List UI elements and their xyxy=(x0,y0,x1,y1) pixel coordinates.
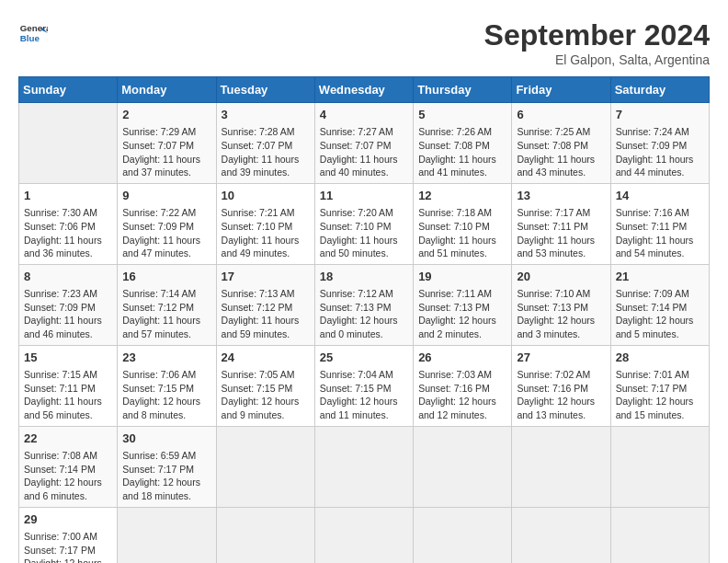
calendar-cell: 7Sunrise: 7:24 AMSunset: 7:09 PMDaylight… xyxy=(610,103,709,184)
calendar-cell: 10Sunrise: 7:21 AMSunset: 7:10 PMDayligh… xyxy=(216,183,314,264)
calendar-cell: 6Sunrise: 7:25 AMSunset: 7:08 PMDaylight… xyxy=(512,103,610,184)
day-number: 1 xyxy=(24,188,112,204)
day-info: Sunrise: 7:20 AM xyxy=(320,206,408,220)
month-title: September 2024 xyxy=(484,18,710,52)
day-info: Sunrise: 7:00 AM xyxy=(24,530,112,544)
calendar-cell: 1Sunrise: 7:30 AMSunset: 7:06 PMDaylight… xyxy=(19,183,118,264)
day-info: Sunset: 7:16 PM xyxy=(517,382,605,396)
calendar-cell: 26Sunrise: 7:03 AMSunset: 7:16 PMDayligh… xyxy=(414,345,512,426)
calendar-cell xyxy=(216,507,314,563)
day-number: 18 xyxy=(320,269,408,285)
day-info: Daylight: 12 hours and 0 minutes. xyxy=(320,314,408,340)
day-number: 29 xyxy=(24,511,112,528)
day-info: Daylight: 12 hours and 13 minutes. xyxy=(517,395,605,421)
day-info: Daylight: 11 hours and 39 minutes. xyxy=(222,153,310,179)
day-info: Daylight: 12 hours and 2 minutes. xyxy=(418,314,506,340)
day-info: Daylight: 11 hours and 46 minutes. xyxy=(24,314,112,340)
calendar-cell: 9Sunrise: 7:22 AMSunset: 7:09 PMDaylight… xyxy=(118,183,216,264)
col-header-tuesday: Tuesday xyxy=(216,77,314,103)
col-header-saturday: Saturday xyxy=(610,77,709,103)
day-info: Sunrise: 7:29 AM xyxy=(122,125,210,139)
col-header-monday: Monday xyxy=(118,77,216,103)
day-info: Daylight: 11 hours and 53 minutes. xyxy=(517,234,605,260)
day-info: Daylight: 11 hours and 50 minutes. xyxy=(320,234,408,260)
day-info: Sunrise: 7:08 AM xyxy=(24,449,112,463)
calendar-cell: 27Sunrise: 7:02 AMSunset: 7:16 PMDayligh… xyxy=(512,345,610,426)
day-number: 4 xyxy=(320,107,408,123)
day-number: 14 xyxy=(616,188,704,204)
day-number: 13 xyxy=(517,188,605,204)
day-info: Sunset: 7:13 PM xyxy=(517,301,605,315)
day-number: 19 xyxy=(418,269,506,285)
calendar-cell xyxy=(610,507,709,563)
day-info: Sunset: 7:09 PM xyxy=(616,139,704,153)
day-number: 23 xyxy=(122,350,210,366)
day-info: Sunrise: 7:05 AM xyxy=(222,368,310,382)
day-info: Sunset: 7:17 PM xyxy=(122,463,210,477)
day-number: 7 xyxy=(616,107,704,123)
day-info: Daylight: 11 hours and 41 minutes. xyxy=(418,153,506,179)
day-info: Daylight: 12 hours and 12 minutes. xyxy=(418,395,506,421)
day-info: Sunrise: 7:30 AM xyxy=(24,206,112,220)
calendar-cell: 19Sunrise: 7:11 AMSunset: 7:13 PMDayligh… xyxy=(414,264,512,345)
day-number: 9 xyxy=(122,188,210,204)
day-info: Daylight: 12 hours and 5 minutes. xyxy=(616,314,704,340)
day-info: Sunset: 7:13 PM xyxy=(418,301,506,315)
svg-text:General: General xyxy=(20,23,48,33)
day-info: Sunset: 7:15 PM xyxy=(122,382,210,396)
calendar-cell: 28Sunrise: 7:01 AMSunset: 7:17 PMDayligh… xyxy=(610,345,709,426)
calendar-cell: 14Sunrise: 7:16 AMSunset: 7:11 PMDayligh… xyxy=(610,183,709,264)
location: El Galpon, Salta, Argentina xyxy=(484,52,710,67)
calendar-cell xyxy=(314,507,413,563)
day-info: Sunrise: 7:10 AM xyxy=(517,287,605,301)
calendar-cell: 12Sunrise: 7:18 AMSunset: 7:10 PMDayligh… xyxy=(414,183,512,264)
day-info: Sunset: 7:08 PM xyxy=(517,139,605,153)
day-info: Daylight: 12 hours and 15 minutes. xyxy=(616,395,704,421)
col-header-wednesday: Wednesday xyxy=(314,77,413,103)
day-info: Sunrise: 7:11 AM xyxy=(418,287,506,301)
logo: General Blue xyxy=(18,18,48,48)
calendar-cell: 23Sunrise: 7:06 AMSunset: 7:15 PMDayligh… xyxy=(118,345,216,426)
day-info: Daylight: 11 hours and 59 minutes. xyxy=(222,314,310,340)
calendar-cell xyxy=(216,426,314,507)
day-info: Sunrise: 7:04 AM xyxy=(320,368,408,382)
day-number: 10 xyxy=(222,188,310,204)
day-number: 3 xyxy=(222,107,310,123)
day-info: Sunrise: 7:22 AM xyxy=(122,206,210,220)
day-info: Daylight: 11 hours and 44 minutes. xyxy=(616,153,704,179)
day-number: 8 xyxy=(24,269,112,285)
day-number: 22 xyxy=(24,431,112,447)
day-info: Sunset: 7:10 PM xyxy=(222,220,310,234)
calendar-cell: 24Sunrise: 7:05 AMSunset: 7:15 PMDayligh… xyxy=(216,345,314,426)
calendar-table: SundayMondayTuesdayWednesdayThursdayFrid… xyxy=(18,76,710,563)
day-number: 21 xyxy=(616,269,704,285)
calendar-cell xyxy=(414,426,512,507)
day-info: Sunset: 7:14 PM xyxy=(24,463,112,477)
day-info: Sunrise: 7:26 AM xyxy=(418,125,506,139)
day-info: Daylight: 12 hours and 9 minutes. xyxy=(222,395,310,421)
day-number: 26 xyxy=(418,350,506,366)
day-info: Sunrise: 7:28 AM xyxy=(222,125,310,139)
day-info: Sunset: 7:15 PM xyxy=(222,382,310,396)
day-number: 17 xyxy=(222,269,310,285)
calendar-cell xyxy=(512,426,610,507)
day-info: Sunset: 7:10 PM xyxy=(320,220,408,234)
day-info: Daylight: 12 hours and 18 minutes. xyxy=(122,476,210,502)
day-number: 11 xyxy=(320,188,408,204)
calendar-cell: 5Sunrise: 7:26 AMSunset: 7:08 PMDaylight… xyxy=(414,103,512,184)
day-info: Sunset: 7:07 PM xyxy=(122,139,210,153)
day-info: Daylight: 11 hours and 54 minutes. xyxy=(616,234,704,260)
calendar-cell: 16Sunrise: 7:14 AMSunset: 7:12 PMDayligh… xyxy=(118,264,216,345)
day-info: Sunset: 7:13 PM xyxy=(320,301,408,315)
day-info: Sunset: 7:17 PM xyxy=(24,544,112,557)
day-info: Sunrise: 7:24 AM xyxy=(616,125,704,139)
day-info: Daylight: 11 hours and 57 minutes. xyxy=(122,314,210,340)
day-info: Daylight: 11 hours and 43 minutes. xyxy=(517,153,605,179)
day-info: Sunrise: 7:14 AM xyxy=(122,287,210,301)
day-number: 2 xyxy=(122,107,210,123)
day-info: Daylight: 11 hours and 37 minutes. xyxy=(122,153,210,179)
day-info: Sunrise: 7:21 AM xyxy=(222,206,310,220)
day-info: Sunset: 7:17 PM xyxy=(616,382,704,396)
calendar-cell: 15Sunrise: 7:15 AMSunset: 7:11 PMDayligh… xyxy=(19,345,118,426)
day-info: Sunrise: 7:01 AM xyxy=(616,368,704,382)
